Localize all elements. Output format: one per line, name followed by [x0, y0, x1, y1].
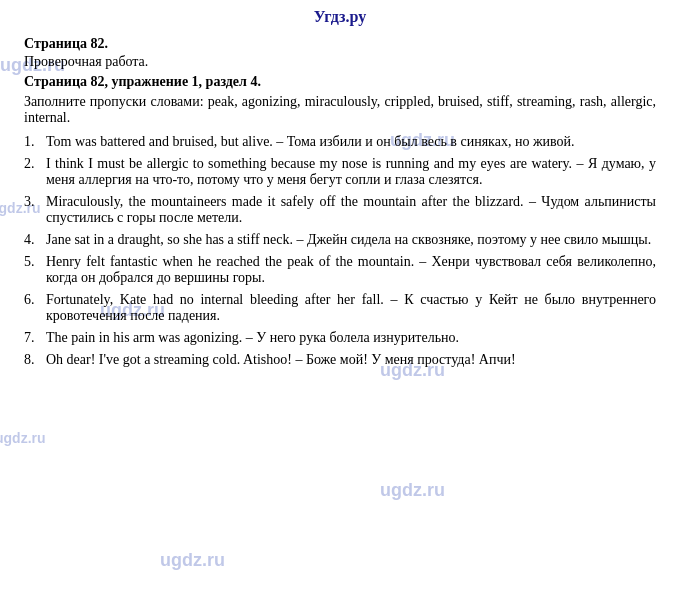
page-title: Страница 82.	[24, 36, 656, 52]
list-item: 2.I think I must be allergic to somethin…	[24, 156, 656, 188]
item-text: Henry felt fantastic when he reached the…	[46, 254, 656, 286]
item-text: Fortunately, Kate had no internal bleedi…	[46, 292, 656, 324]
list-item: 4.Jane sat in a draught, so she has a st…	[24, 232, 656, 248]
item-number: 3.	[24, 194, 46, 226]
list-item: 3.Miraculously, the mountaineers made it…	[24, 194, 656, 226]
main-content: Страница 82. Проверочная работа. Страниц…	[0, 30, 680, 384]
item-number: 1.	[24, 134, 46, 150]
site-title: Угдз.ру	[314, 8, 366, 25]
list-item: 6.Fortunately, Kate had no internal blee…	[24, 292, 656, 324]
instruction: Заполните пропуски словами: peak, agoniz…	[24, 94, 656, 126]
watermark-7: ugdz.ru	[380, 480, 445, 501]
item-number: 2.	[24, 156, 46, 188]
item-number: 6.	[24, 292, 46, 324]
item-text: Oh dear! I've got a streaming cold. Atis…	[46, 352, 656, 368]
site-header: Угдз.ру	[0, 0, 680, 30]
exercise-title: Страница 82, упражнение 1, раздел 4.	[24, 74, 656, 90]
item-text: Miraculously, the mountaineers made it s…	[46, 194, 656, 226]
item-number: 7.	[24, 330, 46, 346]
list-item: 8.Oh dear! I've got a streaming cold. At…	[24, 352, 656, 368]
list-item: 5.Henry felt fantastic when he reached t…	[24, 254, 656, 286]
item-text: Jane sat in a draught, so she has a stif…	[46, 232, 656, 248]
item-number: 4.	[24, 232, 46, 248]
item-number: 5.	[24, 254, 46, 286]
list-item: 7.The pain in his arm was agonizing. – У…	[24, 330, 656, 346]
exercise-list: 1.Tom was battered and bruised, but aliv…	[24, 134, 656, 368]
watermark-6: ugdz.ru	[0, 430, 46, 446]
item-text: Tom was battered and bruised, but alive.…	[46, 134, 656, 150]
subtitle: Проверочная работа.	[24, 54, 656, 70]
watermark-8: ugdz.ru	[160, 550, 225, 571]
item-text: I think I must be allergic to something …	[46, 156, 656, 188]
item-number: 8.	[24, 352, 46, 368]
list-item: 1.Tom was battered and bruised, but aliv…	[24, 134, 656, 150]
item-text: The pain in his arm was agonizing. – У н…	[46, 330, 656, 346]
